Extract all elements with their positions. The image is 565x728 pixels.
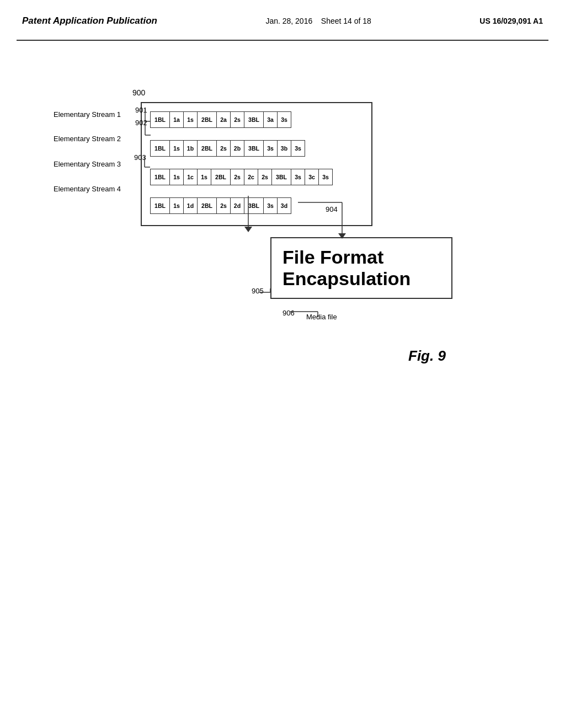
fig-label: Fig. 9: [408, 347, 446, 365]
stream1-label: Elementary Stream 1: [54, 110, 121, 119]
cell-2BL-s1: 2BL: [197, 111, 217, 128]
header-date: Jan. 28, 2016: [265, 17, 312, 25]
cell-2s-s3: 2s: [230, 169, 244, 185]
cell-2BL-s2: 2BL: [197, 140, 217, 157]
cell-1BL-s3: 1BL: [150, 169, 170, 185]
cell-1c-s3: 1c: [183, 169, 198, 185]
header-sheet: Sheet 14 of 18: [321, 17, 371, 25]
stream2-cells: 1BL 1s 1b 2BL 2s 2b 3BL 3s 3b 3s: [150, 140, 305, 157]
cell-3b-s2: 3b: [277, 140, 291, 157]
cell-1d-s4: 1d: [183, 197, 198, 214]
cell-1BL-s4: 1BL: [150, 197, 170, 214]
cell-2c-s3: 2c: [244, 169, 258, 185]
cell-1a-s1: 1a: [169, 111, 184, 128]
ref-902-line: [140, 121, 151, 138]
header: Patent Application Publication Jan. 28, …: [0, 0, 565, 26]
stream2-label: Elementary Stream 2: [54, 135, 121, 143]
cell-1b-s2: 1b: [183, 140, 198, 157]
arrow-904: [298, 197, 370, 241]
cell-3s-s2: 3s: [263, 140, 278, 157]
stream1-row: 1BL 1a 1s 2BL 2a 2s 3BL 3a 3s: [150, 111, 363, 128]
cell-1BL-s1: 1BL: [150, 111, 170, 128]
encap-title: File Format Encapsulation: [282, 247, 440, 290]
cell-2BL-s3: 2BL: [211, 169, 231, 185]
cell-3s-s3: 3s: [291, 169, 305, 185]
ref-903-line: [139, 156, 150, 170]
cell-3s2-s3: 3s: [318, 169, 333, 185]
header-patent-number: US 16/029,091 A1: [479, 17, 543, 25]
encap-box: File Format Encapsulation: [270, 237, 452, 299]
cell-3c-s3: 3c: [305, 169, 319, 185]
cell-2s-s1: 2s: [230, 111, 244, 128]
cell-1s-s1: 1s: [183, 111, 198, 128]
cell-3BL-s3: 3BL: [271, 169, 291, 185]
cell-2b-s2: 2b: [230, 140, 244, 157]
cell-2BL-s4: 2BL: [197, 197, 217, 214]
header-publication: Patent Application Publication: [22, 15, 157, 26]
cell-3BL-s2: 3BL: [244, 140, 264, 157]
cell-2s-s2: 2s: [216, 140, 231, 157]
svg-marker-14: [244, 227, 252, 232]
cell-3s-s1: 3s: [277, 111, 291, 128]
stream4-label: Elementary Stream 4: [54, 185, 121, 193]
cell-3a-s1: 3a: [263, 111, 278, 128]
header-divider: [17, 40, 548, 41]
cell-1s2-s3: 1s: [197, 169, 211, 185]
stream2-row: 1BL 1s 1b 2BL 2s 2b 3BL 3s 3b 3s: [150, 140, 363, 157]
cell-2s-s4: 2s: [216, 197, 231, 214]
cell-1s-s4: 1s: [169, 197, 184, 214]
figure-number: 900: [132, 88, 145, 97]
stream3-row: 1BL 1s 1c 1s 2BL 2s 2c 2s 3BL 3s 3c 3s: [150, 169, 363, 185]
main-arrow: [237, 196, 281, 245]
page: Patent Application Publication Jan. 28, …: [0, 0, 565, 728]
cell-1s-s3: 1s: [169, 169, 184, 185]
media-file-label: Media file: [306, 313, 337, 321]
cell-1BL-s2: 1BL: [150, 140, 170, 157]
ref-905-line: [259, 288, 273, 297]
cell-2s2-s3: 2s: [258, 169, 272, 185]
cell-3BL-s1: 3BL: [244, 111, 264, 128]
cell-3s2-s2: 3s: [291, 140, 305, 157]
cell-1s-s2: 1s: [169, 140, 184, 157]
stream3-cells: 1BL 1s 1c 1s 2BL 2s 2c 2s 3BL 3s 3c 3s: [150, 169, 332, 185]
cell-2a-s1: 2a: [216, 111, 231, 128]
header-center: Jan. 28, 2016 Sheet 14 of 18: [265, 17, 371, 25]
stream1-cells: 1BL 1a 1s 2BL 2a 2s 3BL 3a 3s: [150, 111, 291, 128]
stream3-label: Elementary Stream 3: [54, 160, 121, 168]
